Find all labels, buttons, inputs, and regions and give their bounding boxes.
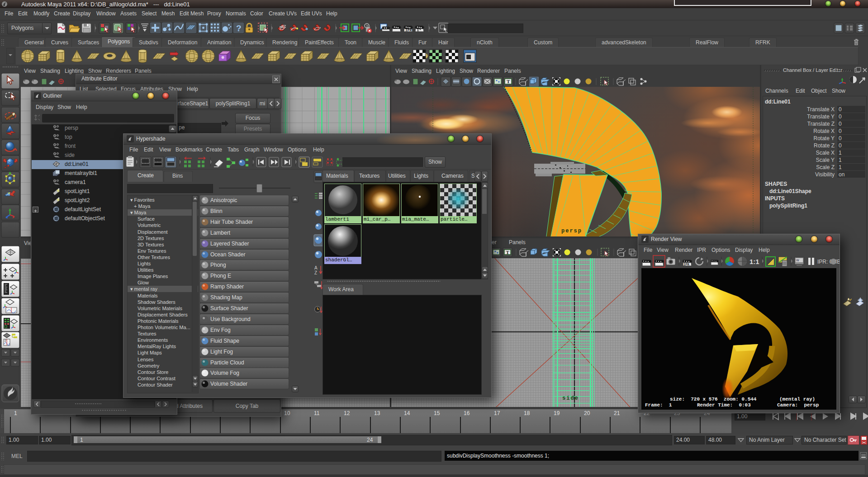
svg-text:W: W (796, 259, 799, 262)
svg-text:IPR: IPR (405, 28, 412, 32)
svg-text:T: T (507, 79, 510, 84)
svg-text:1:1: 1:1 (749, 258, 759, 265)
svg-text:Z: Z (314, 270, 317, 275)
svg-text:A: A (314, 265, 318, 270)
svg-text:?: ? (236, 24, 242, 33)
svg-text:persp: persp (561, 228, 582, 234)
svg-text:IPR: IPR (683, 263, 689, 266)
svg-text:T: T (506, 250, 510, 255)
